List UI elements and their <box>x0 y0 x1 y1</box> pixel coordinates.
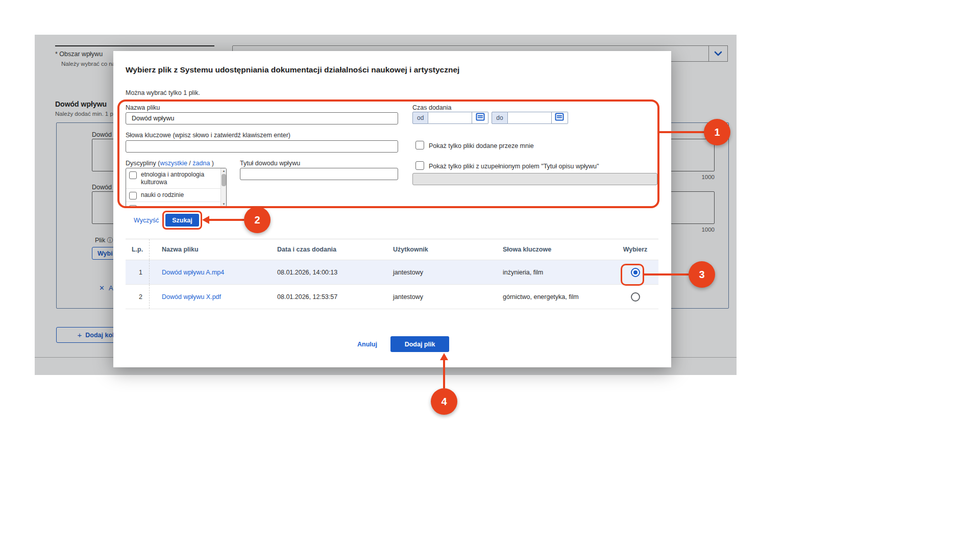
annotation-line-3 <box>644 273 689 276</box>
modal-title: Wybierz plik z Systemu udostępniania dok… <box>126 65 459 74</box>
row-user: jantestowy <box>381 293 491 300</box>
annotation-marker-4: 4 <box>431 388 457 415</box>
header-wybierz: Wybierz <box>612 246 658 253</box>
annotation-box-radio <box>621 264 644 286</box>
annotation-marker-1: 1 <box>704 119 730 145</box>
row-date: 08.01.2026, 12:53:57 <box>265 293 381 300</box>
select-file-radio[interactable] <box>631 292 640 302</box>
annotation-line-2 <box>208 219 244 221</box>
annotation-marker-2: 2 <box>244 207 271 233</box>
annotation-line-1 <box>659 131 704 133</box>
table-row: 2 Dowód wpływu X.pdf 08.01.2026, 12:53:5… <box>126 285 658 309</box>
row-keywords: górnictwo, energetyka, film <box>491 293 612 300</box>
table-header-row: L.p. Nazwa pliku Data i czas dodania Uży… <box>126 239 658 260</box>
header-lp: L.p. <box>126 239 150 260</box>
header-slowa: Słowa kluczowe <box>491 246 612 253</box>
row-keywords: inżynieria, film <box>491 269 612 276</box>
row-user: jantestowy <box>381 269 491 276</box>
row-date: 08.01.2026, 14:00:13 <box>265 269 381 276</box>
annotation-marker-3: 3 <box>689 261 715 288</box>
annotation-line-4 <box>443 359 445 388</box>
annotation-box-szukaj <box>162 211 202 230</box>
file-link[interactable]: Dowód wpływu X.pdf <box>162 293 221 300</box>
file-picker-modal: Wybierz plik z Systemu udostępniania dok… <box>113 51 671 367</box>
dodaj-plik-button[interactable]: Dodaj plik <box>390 336 449 352</box>
header-data: Data i czas dodania <box>265 246 381 253</box>
results-table: L.p. Nazwa pliku Data i czas dodania Uży… <box>126 239 658 309</box>
wyczysc-link[interactable]: Wyczyść <box>134 217 159 224</box>
annotation-box-filters <box>117 99 659 208</box>
header-nazwa: Nazwa pliku <box>150 246 265 253</box>
file-link[interactable]: Dowód wpływu A.mp4 <box>162 269 224 276</box>
header-uzytkownik: Użytkownik <box>381 246 491 253</box>
anuluj-link[interactable]: Anuluj <box>357 341 377 348</box>
table-row: 1 Dowód wpływu A.mp4 08.01.2026, 14:00:1… <box>126 260 658 285</box>
modal-subtitle: Można wybrać tylko 1 plik. <box>126 89 200 96</box>
